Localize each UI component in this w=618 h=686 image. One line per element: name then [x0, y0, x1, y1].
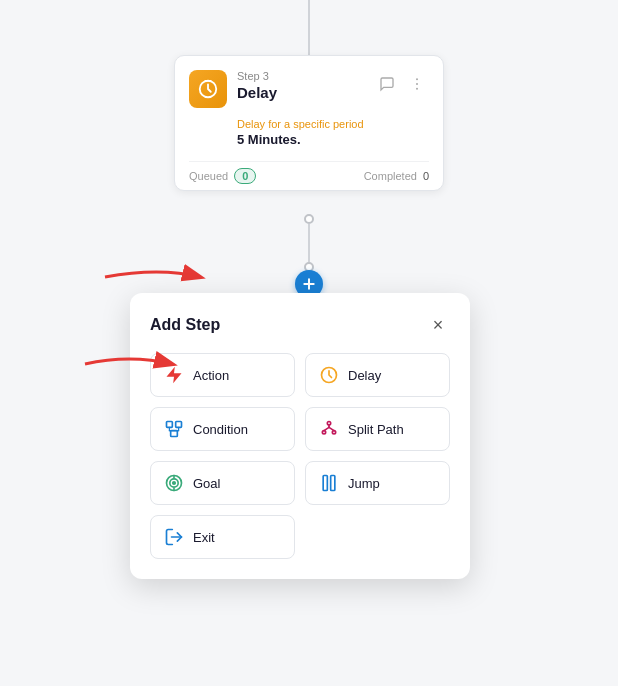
svg-rect-28 — [323, 476, 327, 491]
delay-option-label: Delay — [348, 368, 381, 383]
svg-point-3 — [416, 83, 418, 85]
completed-label: Completed — [364, 170, 417, 182]
split-path-label: Split Path — [348, 422, 404, 437]
delay-option-icon — [318, 364, 340, 386]
modal-title: Add Step — [150, 316, 220, 334]
step-option-delay[interactable]: Delay — [305, 353, 450, 397]
add-step-modal: Add Step × Action — [130, 293, 470, 579]
jump-label: Jump — [348, 476, 380, 491]
arrow-to-plus-button — [100, 262, 210, 296]
split-path-icon — [318, 418, 340, 440]
jump-icon — [318, 472, 340, 494]
step-card-delay: Step 3 Delay Delay for a specific period… — [174, 55, 444, 191]
goal-icon — [163, 472, 185, 494]
svg-rect-12 — [176, 422, 182, 428]
comment-icon[interactable] — [375, 72, 399, 96]
exit-label: Exit — [193, 530, 215, 545]
step-option-exit[interactable]: Exit — [150, 515, 295, 559]
condition-icon — [163, 418, 185, 440]
svg-point-4 — [416, 88, 418, 90]
svg-rect-29 — [331, 476, 335, 491]
condition-label: Condition — [193, 422, 248, 437]
step-option-goal[interactable]: Goal — [150, 461, 295, 505]
queued-badge: 0 — [234, 168, 256, 184]
svg-rect-11 — [167, 422, 173, 428]
svg-point-22 — [332, 431, 335, 434]
modal-close-button[interactable]: × — [426, 313, 450, 337]
svg-point-2 — [416, 78, 418, 80]
connector-line-top — [308, 0, 310, 60]
step-label: Step 3 — [237, 70, 375, 82]
svg-rect-13 — [171, 431, 178, 437]
step-option-split-path[interactable]: Split Path — [305, 407, 450, 451]
goal-label: Goal — [193, 476, 220, 491]
connector-line-mid — [308, 224, 310, 266]
step-value: 5 Minutes. — [237, 132, 429, 147]
workflow-canvas: Step 3 Delay Delay for a specific period… — [0, 0, 618, 686]
svg-point-25 — [173, 482, 176, 485]
connector-dot-top — [304, 214, 314, 224]
exit-icon — [163, 526, 185, 548]
svg-point-21 — [322, 431, 325, 434]
step-option-jump[interactable]: Jump — [305, 461, 450, 505]
delay-step-icon — [189, 70, 227, 108]
arrow-to-action-button — [80, 349, 180, 383]
step-option-condition[interactable]: Condition — [150, 407, 295, 451]
queued-label: Queued — [189, 170, 228, 182]
step-name: Delay — [237, 84, 375, 101]
action-label: Action — [193, 368, 229, 383]
step-description: Delay for a specific period — [237, 118, 429, 130]
completed-count: 0 — [423, 170, 429, 182]
step-options-grid: Action Delay — [150, 353, 450, 559]
more-options-icon[interactable] — [405, 72, 429, 96]
